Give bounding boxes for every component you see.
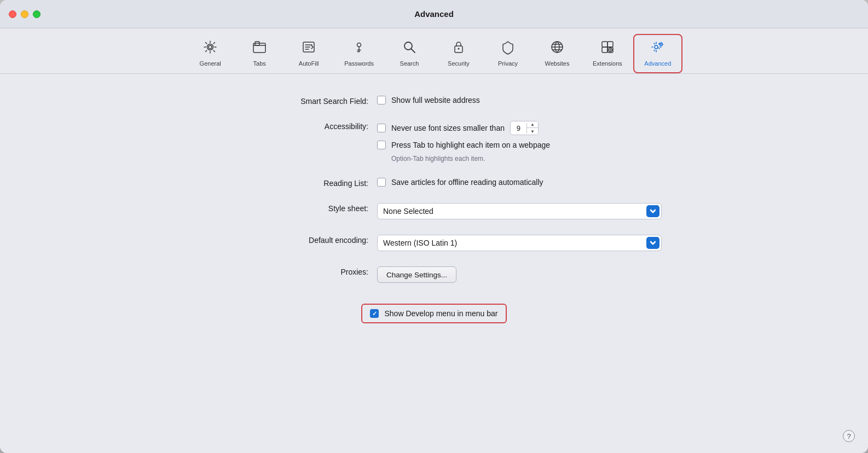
tab-tabs-label: Tabs	[253, 60, 266, 67]
window-title: Advanced	[414, 9, 454, 19]
show-full-address-checkbox[interactable]	[377, 96, 386, 104]
encoding-row: Default encoding: Western (ISO Latin 1)	[248, 235, 620, 251]
smart-search-controls: Show full website address	[377, 96, 620, 104]
press-tab-label: Press Tab to highlight each item on a we…	[391, 141, 550, 149]
tab-extensions[interactable]: Extensions	[582, 34, 633, 73]
tab-search[interactable]: Search	[385, 34, 434, 73]
encoding-select[interactable]: Western (ISO Latin 1)	[377, 235, 662, 251]
change-settings-button[interactable]: Change Settings...	[377, 266, 456, 283]
tab-general[interactable]: General	[186, 34, 235, 73]
press-tab-row: Press Tab to highlight each item on a we…	[377, 141, 620, 149]
search-icon	[402, 39, 417, 57]
never-smaller-checkbox[interactable]	[377, 124, 386, 132]
traffic-lights	[9, 10, 40, 18]
develop-menu-wrapper[interactable]: Show Develop menu in menu bar	[361, 304, 506, 323]
develop-menu-label: Show Develop menu in menu bar	[384, 309, 497, 318]
svg-rect-10	[602, 42, 607, 47]
stylesheet-select[interactable]: None Selected	[377, 203, 662, 219]
toolbar: General Tabs AutoFill	[0, 28, 868, 74]
tab-security-label: Security	[448, 60, 470, 67]
smart-search-row: Smart Search Field: Show full website ad…	[248, 96, 620, 106]
autofill-icon	[301, 39, 316, 57]
press-tab-checkbox[interactable]	[377, 141, 386, 149]
proxies-controls: Change Settings...	[377, 266, 620, 283]
tab-tabs[interactable]: Tabs	[235, 34, 284, 73]
encoding-label: Default encoding:	[248, 235, 368, 245]
stylesheet-label: Style sheet:	[248, 203, 368, 213]
save-articles-checkbox[interactable]	[377, 178, 386, 187]
minimize-button[interactable]	[21, 10, 28, 18]
tab-general-label: General	[200, 60, 221, 67]
tab-privacy[interactable]: Privacy	[483, 34, 533, 73]
reading-list-label: Reading List:	[248, 178, 368, 188]
security-icon	[451, 39, 466, 57]
accessibility-row: Accessibility: Never use font sizes smal…	[248, 121, 620, 162]
svg-point-8	[458, 48, 459, 50]
stylesheet-row: Style sheet: None Selected	[248, 203, 620, 219]
svg-point-5	[357, 43, 361, 47]
never-smaller-label: Never use font sizes smaller than	[391, 124, 505, 132]
tab-autofill-label: AutoFill	[299, 60, 319, 67]
tab-passwords-label: Passwords	[344, 60, 374, 67]
advanced-icon	[650, 39, 666, 57]
svg-rect-11	[607, 42, 613, 47]
websites-icon	[549, 39, 565, 57]
font-size-up[interactable]: ▲	[527, 121, 538, 128]
show-full-address-label: Show full website address	[391, 96, 480, 104]
tab-websites[interactable]: Websites	[533, 34, 582, 73]
settings-grid: Smart Search Field: Show full website ad…	[226, 96, 642, 323]
settings-content: Smart Search Field: Show full website ad…	[0, 74, 868, 453]
font-size-row: Never use font sizes smaller than 9 ▲ ▼	[377, 121, 620, 135]
extensions-icon	[600, 39, 615, 57]
tab-search-label: Search	[400, 60, 419, 67]
maximize-button[interactable]	[33, 10, 40, 18]
font-size-stepper[interactable]: 9 ▲ ▼	[510, 121, 539, 135]
tab-websites-label: Websites	[545, 60, 569, 67]
font-stepper-buttons: ▲ ▼	[527, 121, 538, 135]
close-button[interactable]	[9, 10, 16, 18]
stylesheet-select-wrapper: None Selected	[377, 203, 662, 219]
develop-menu-row: Show Develop menu in menu bar	[248, 304, 620, 323]
save-articles-label: Save articles for offline reading automa…	[391, 178, 543, 187]
tab-security[interactable]: Security	[434, 34, 483, 73]
reading-list-controls: Save articles for offline reading automa…	[377, 178, 620, 187]
develop-menu-checkbox[interactable]	[370, 309, 379, 318]
accessibility-controls: Never use font sizes smaller than 9 ▲ ▼ …	[377, 121, 620, 162]
svg-rect-12	[602, 47, 607, 53]
tab-autofill[interactable]: AutoFill	[284, 34, 333, 73]
encoding-select-wrapper: Western (ISO Latin 1)	[377, 235, 662, 251]
reading-list-row: Reading List: Save articles for offline …	[248, 178, 620, 188]
proxies-label: Proxies:	[248, 266, 368, 276]
window: Advanced General Tabs	[0, 0, 868, 453]
smart-search-label: Smart Search Field:	[248, 96, 368, 106]
save-articles-wrapper[interactable]: Save articles for offline reading automa…	[377, 178, 620, 187]
encoding-controls: Western (ISO Latin 1)	[377, 235, 662, 251]
svg-point-0	[209, 45, 212, 49]
option-tab-hint: Option-Tab highlights each item.	[391, 155, 620, 162]
show-full-address-wrapper[interactable]: Show full website address	[377, 96, 620, 104]
tab-advanced-label: Advanced	[644, 60, 671, 67]
privacy-icon	[500, 39, 516, 57]
svg-point-15	[655, 45, 658, 49]
titlebar: Advanced	[0, 0, 868, 28]
passwords-icon	[351, 39, 367, 57]
proxies-control-row: Change Settings...	[377, 266, 620, 283]
tabs-icon	[252, 39, 267, 57]
font-size-value: 9	[511, 123, 527, 133]
help-button[interactable]: ?	[843, 430, 855, 442]
proxies-row: Proxies: Change Settings...	[248, 266, 620, 283]
stylesheet-controls: None Selected	[377, 203, 662, 219]
tab-advanced[interactable]: Advanced	[633, 34, 682, 73]
tab-privacy-label: Privacy	[498, 60, 518, 67]
svg-point-1	[207, 44, 213, 50]
tab-extensions-label: Extensions	[593, 60, 622, 67]
general-icon	[202, 39, 218, 57]
tab-passwords[interactable]: Passwords	[333, 34, 385, 73]
accessibility-label: Accessibility:	[248, 121, 368, 131]
font-size-down[interactable]: ▼	[527, 128, 538, 135]
